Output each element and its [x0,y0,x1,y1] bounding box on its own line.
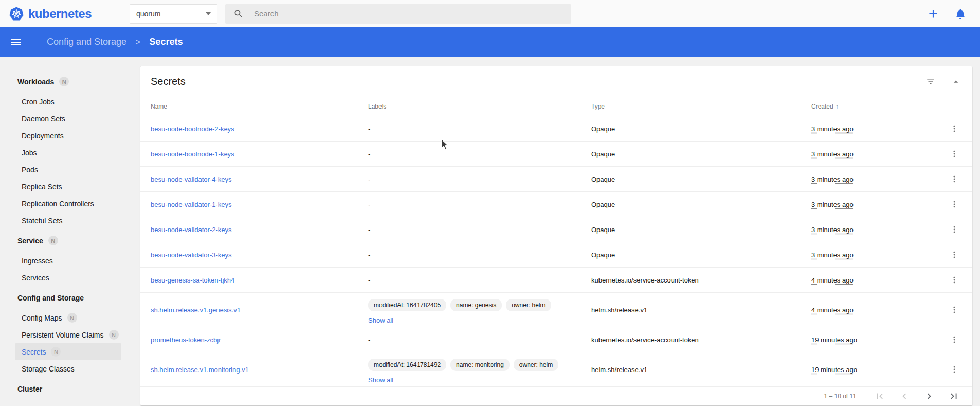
menu-toggle-button[interactable] [10,36,22,48]
kebab-icon [950,275,959,285]
type-cell: helm.sh/release.v1 [591,366,811,374]
name-cell: prometheus-token-zcbjr [151,336,368,344]
sidebar-item-persistent-volume-claims[interactable]: Persistent Volume ClaimsN [15,326,121,343]
sidebar-item-pods[interactable]: Pods [15,161,121,178]
label-chip: name: monitoring [450,359,510,371]
table-header-row: NameLabelsTypeCreated↑ [140,97,972,116]
type-cell: kubernetes.io/service-account-token [591,336,811,344]
sidebar-item-replica-sets[interactable]: Replica Sets [15,178,121,195]
type-value: Opaque [591,201,615,208]
kubernetes-logo: kubernetes [0,7,130,21]
row-actions-menu-button[interactable] [947,197,962,212]
kubernetes-wheel-icon [9,7,24,21]
sidebar-section-service: ServiceNIngressesServices [0,232,140,286]
sidebar-item-ingresses[interactable]: Ingresses [15,252,121,269]
row-actions-menu-button[interactable] [947,302,962,317]
sidebar-item-config-maps[interactable]: Config MapsN [15,309,121,326]
breadcrumb-parent-link[interactable]: Config and Storage [47,37,126,47]
type-value: Opaque [591,125,615,133]
secret-name-link[interactable]: besu-genesis-sa-token-tjkh4 [151,276,234,284]
sidebar-item-daemon-sets[interactable]: Daemon Sets [15,110,121,127]
row-actions-menu-button[interactable] [947,222,962,237]
notifications-button[interactable] [954,8,967,20]
row-actions-menu-button[interactable] [947,247,962,262]
search-input[interactable] [253,9,541,19]
type-value: kubernetes.io/service-account-token [591,276,699,284]
actions-cell [924,247,962,262]
type-cell: helm.sh/release.v1 [591,306,811,314]
secret-name-link[interactable]: besu-node-validator-2-keys [151,226,232,234]
column-header-labels[interactable]: Labels [368,103,591,110]
kebab-icon [950,225,959,234]
sidebar-item-label: Jobs [22,149,37,157]
created-cell: 19 minutes ago [811,336,924,344]
secret-name-link[interactable]: besu-node-bootnode-1-keys [151,150,234,158]
actions-cell [924,362,962,377]
show-all-link[interactable]: Show all [368,316,393,324]
secret-name-link[interactable]: besu-node-validator-1-keys [151,201,232,208]
labels-cell: - [368,125,591,133]
filter-button[interactable] [926,77,935,86]
sidebar-item-deployments[interactable]: Deployments [15,127,121,144]
type-value: Opaque [591,226,615,234]
sidebar-item-storage-classes[interactable]: Storage Classes [15,360,121,377]
first-page-icon [874,391,885,402]
column-header-type[interactable]: Type [591,103,811,110]
show-all-link[interactable]: Show all [368,376,393,384]
created-cell: 4 minutes ago [811,276,924,284]
sidebar-item-cluster-role-bindings[interactable]: Cluster Role Bindings [15,400,121,406]
namespace-selector[interactable]: quorum [130,4,217,24]
secret-name-link[interactable]: sh.helm.release.v1.genesis.v1 [151,306,241,314]
secret-name-link[interactable]: besu-node-bootnode-2-keys [151,125,234,133]
type-value: helm.sh/release.v1 [591,366,647,374]
column-header-created[interactable]: Created↑ [811,102,924,110]
sidebar-item-secrets[interactable]: SecretsN [15,343,121,360]
name-cell: sh.helm.release.v1.genesis.v1 [151,306,368,314]
actions-cell [924,121,962,136]
pagination-range-label: 1 – 10 of 11 [824,393,857,400]
hamburger-icon [10,36,22,48]
table-row: besu-genesis-sa-token-tjkh4-kubernetes.i… [140,268,972,293]
row-actions-menu-button[interactable] [947,332,962,347]
next-page-button[interactable] [917,387,941,405]
sidebar-section-header-service: ServiceN [0,232,140,249]
type-cell: Opaque [591,201,811,208]
labels-cell: - [368,175,591,183]
sidebar-item-cron-jobs[interactable]: Cron Jobs [15,93,121,110]
labels-cell: - [368,226,591,234]
sidebar-item-label: Secrets [22,348,46,356]
secret-name-link[interactable]: sh.helm.release.v1.monitoring.v1 [151,366,249,374]
plus-icon [927,7,940,21]
row-actions-menu-button[interactable] [947,272,962,288]
created-time: 3 minutes ago [811,226,854,234]
sidebar-item-stateful-sets[interactable]: Stateful Sets [15,212,121,229]
sidebar-item-label: Services [22,274,49,282]
sidebar-section-label: Config and Storage [17,294,84,302]
top-app-bar: kubernetes quorum [0,0,980,27]
sidebar-section-label: Cluster [17,385,42,393]
secret-name-link[interactable]: besu-node-validator-3-keys [151,251,232,259]
sidebar-item-replication-controllers[interactable]: Replication Controllers [15,195,121,212]
row-actions-menu-button[interactable] [947,362,962,377]
column-header-name[interactable]: Name [151,103,368,110]
created-cell: 3 minutes ago [811,226,924,234]
sort-arrow-icon: ↑ [836,102,839,110]
collapse-card-button[interactable] [951,77,961,87]
table-row: prometheus-token-zcbjr-kubernetes.io/ser… [140,327,972,352]
type-cell: Opaque [591,175,811,183]
row-actions-menu-button[interactable] [947,121,962,136]
secret-name-link[interactable]: prometheus-token-zcbjr [151,336,221,344]
actions-cell [924,272,962,288]
created-time: 4 minutes ago [811,276,854,284]
row-actions-menu-button[interactable] [947,171,962,187]
last-page-button[interactable] [941,387,966,405]
row-actions-menu-button[interactable] [947,146,962,162]
secret-name-link[interactable]: besu-node-validator-4-keys [151,175,232,183]
create-resource-button[interactable] [927,7,940,21]
sidebar-item-jobs[interactable]: Jobs [15,144,121,161]
label-chip: modifiedAt: 1641781492 [368,359,446,371]
created-cell: 3 minutes ago [811,150,924,158]
type-cell: kubernetes.io/service-account-token [591,276,811,284]
sidebar-item-services[interactable]: Services [15,269,121,286]
labels-value: - [368,251,370,259]
